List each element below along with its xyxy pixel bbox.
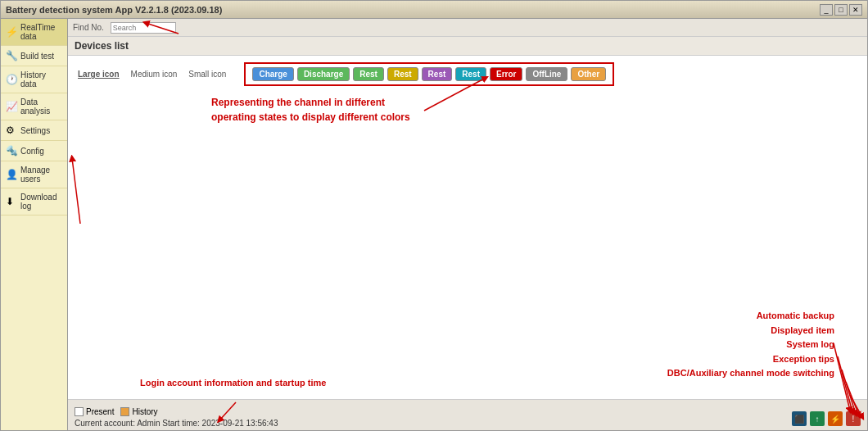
- status-charge-btn[interactable]: Charge: [252, 67, 293, 81]
- status-error-btn[interactable]: Error: [490, 67, 522, 81]
- history-checkbox[interactable]: [120, 407, 129, 416]
- bottom-bar: Present History Current account: Admin S…: [68, 399, 867, 430]
- br-icon-red[interactable]: !: [846, 411, 861, 426]
- account-info: Current account: Admin Start time: 2023-…: [68, 418, 867, 430]
- search-area: [111, 22, 176, 34]
- device-list-area: [75, 93, 861, 338]
- title-bar: Battery detection system App V2.2.1.8 (2…: [1, 1, 867, 19]
- sidebar-label-analysis: Data analysis: [20, 98, 62, 116]
- sidebar-item-config[interactable]: 🔩 Config: [1, 141, 67, 161]
- buildtest-icon: 🔧: [6, 50, 17, 61]
- br-icon-orange[interactable]: ⚡: [828, 411, 843, 426]
- realtime-icon: ⚡: [6, 26, 17, 38]
- sidebar-item-downloadlog[interactable]: ⬇ Download log: [1, 188, 67, 216]
- status-discharge-btn[interactable]: Discharge: [297, 67, 350, 81]
- large-icon-option[interactable]: Large icon: [75, 68, 123, 80]
- medium-icon-option[interactable]: Medium icon: [128, 68, 181, 80]
- right-panel: Find No. 🔍 👤 Devices list Large icon: [68, 19, 867, 430]
- present-label: Present: [86, 407, 114, 416]
- search-input[interactable]: [111, 22, 176, 34]
- sidebar-label-config: Config: [20, 147, 44, 156]
- sidebar-label-manageusers: Manage users: [20, 166, 62, 184]
- status-rest4-btn[interactable]: Rest: [455, 67, 486, 81]
- bottom-right-icons: ⬛ ↑ ⚡ !: [792, 411, 861, 426]
- status-rest1-btn[interactable]: Rest: [353, 67, 384, 81]
- status-rest2-btn[interactable]: Rest: [387, 67, 418, 81]
- sidebar-label-settings: Settings: [20, 126, 50, 135]
- status-rest3-btn[interactable]: Rest: [422, 67, 453, 81]
- maximize-button[interactable]: □: [834, 4, 848, 16]
- downloadlog-icon: ⬇: [6, 196, 17, 207]
- status-offline-btn[interactable]: OffLine: [526, 67, 567, 81]
- br-icon-blue[interactable]: ⬛: [792, 411, 807, 426]
- sidebar-label-downloadlog: Download log: [20, 193, 62, 211]
- sidebar-label-realtime: RealTime data: [20, 23, 62, 41]
- close-button[interactable]: ✕: [849, 4, 862, 16]
- status-legend: Charge Discharge Rest Rest Rest Rest Err…: [244, 62, 614, 86]
- sidebar-item-realtime[interactable]: ⚡ RealTime data: [1, 19, 67, 46]
- minimize-button[interactable]: _: [820, 4, 833, 16]
- sidebar-item-settings[interactable]: ⚙ Settings: [1, 120, 67, 141]
- config-icon: 🔩: [6, 145, 17, 157]
- analysis-icon: 📈: [6, 101, 17, 112]
- devices-body: Large icon Medium icon Small icon Charge…: [68, 56, 867, 399]
- settings-icon: ⚙: [6, 125, 17, 136]
- top-toolbar: Find No.: [68, 19, 867, 37]
- find-label: Find No.: [73, 23, 104, 32]
- app-window: Battery detection system App V2.2.1.8 (2…: [0, 0, 868, 431]
- sidebar: ⚡ RealTime data 🔧 Build test 🕐 History d…: [1, 19, 68, 430]
- bottom-tabs: Present History: [68, 406, 867, 418]
- devices-area: Devices list Large icon Medium icon Smal…: [68, 37, 867, 399]
- devices-list-header: Devices list: [68, 37, 867, 56]
- present-tab[interactable]: Present: [75, 407, 114, 416]
- sidebar-item-buildtest[interactable]: 🔧 Build test: [1, 46, 67, 66]
- sidebar-item-manageusers[interactable]: 👤 Manage users: [1, 161, 67, 188]
- sidebar-item-history[interactable]: 🕐 History data: [1, 66, 67, 93]
- sidebar-label-buildtest: Build test: [20, 52, 54, 61]
- manageusers-icon: 👤: [6, 169, 17, 180]
- history-label: History: [132, 407, 157, 416]
- status-other-btn[interactable]: Other: [571, 67, 606, 81]
- history-icon: 🕐: [6, 74, 17, 85]
- br-icon-green[interactable]: ↑: [810, 411, 825, 426]
- window-controls: _ □ ✕: [820, 4, 862, 16]
- window-title: Battery detection system App V2.2.1.8 (2…: [6, 5, 820, 15]
- sidebar-label-history: History data: [20, 70, 62, 88]
- history-tab[interactable]: History: [120, 407, 157, 416]
- main-content: ⚡ RealTime data 🔧 Build test 🕐 History d…: [1, 19, 867, 430]
- present-checkbox[interactable]: [75, 407, 84, 416]
- small-icon-option[interactable]: Small icon: [185, 68, 229, 80]
- sidebar-item-analysis[interactable]: 📈 Data analysis: [1, 93, 67, 120]
